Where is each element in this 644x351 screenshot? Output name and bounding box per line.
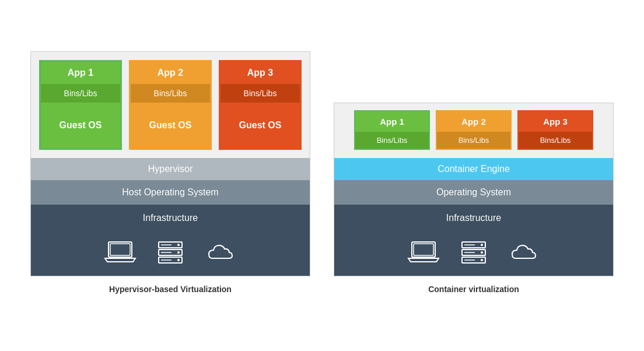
right-diagram-box: App 1 Bins/Libs App 2 Bins/Libs App 3 Bi… bbox=[334, 103, 614, 276]
svg-point-8 bbox=[177, 259, 180, 261]
left-app2-bins: Bins/Libs bbox=[131, 84, 210, 103]
right-diagram-label: Container virtualization bbox=[428, 285, 519, 294]
right-app1-bins: Bins/Libs bbox=[355, 132, 429, 149]
right-app2-label: App 2 bbox=[437, 111, 510, 132]
left-icons-row bbox=[31, 231, 310, 276]
svg-rect-1 bbox=[110, 244, 130, 255]
left-app1-guestos: Guest OS bbox=[41, 103, 120, 148]
svg-point-6 bbox=[177, 251, 180, 254]
right-apps-row: App 1 Bins/Libs App 2 Bins/Libs App 3 Bi… bbox=[334, 103, 613, 150]
right-app-col-2: App 2 Bins/Libs bbox=[436, 110, 512, 150]
left-cloud-icon bbox=[204, 240, 237, 265]
left-server-icon bbox=[154, 240, 187, 265]
svg-point-16 bbox=[481, 244, 483, 246]
left-app3-guestos: Guest OS bbox=[220, 103, 300, 148]
right-infra-layer: Infrastructure bbox=[334, 205, 613, 231]
right-diagram: App 1 Bins/Libs App 2 Bins/Libs App 3 Bi… bbox=[334, 103, 614, 294]
left-laptop-icon bbox=[104, 240, 136, 265]
right-os-layer: Operating System bbox=[334, 180, 613, 205]
right-app2-bins: Bins/Libs bbox=[437, 132, 510, 149]
left-app1-label: App 1 bbox=[41, 62, 120, 84]
left-app3-label: App 3 bbox=[220, 62, 300, 84]
svg-point-20 bbox=[481, 259, 483, 261]
right-app1-label: App 1 bbox=[355, 111, 429, 132]
right-laptop-icon bbox=[407, 240, 440, 265]
left-diagram: App 1 Bins/Libs Guest OS App 2 Bins/Libs… bbox=[30, 51, 310, 294]
svg-rect-0 bbox=[108, 242, 132, 257]
left-diagram-box: App 1 Bins/Libs Guest OS App 2 Bins/Libs… bbox=[30, 51, 310, 276]
left-app3-bins: Bins/Libs bbox=[220, 84, 300, 103]
host-os-layer: Host Operating System bbox=[31, 180, 310, 205]
svg-rect-13 bbox=[414, 244, 433, 255]
left-apps-row: App 1 Bins/Libs Guest OS App 2 Bins/Libs… bbox=[31, 52, 310, 150]
right-app3-label: App 3 bbox=[519, 111, 592, 132]
right-server-icon bbox=[457, 240, 490, 265]
right-app-col-1: App 1 Bins/Libs bbox=[354, 110, 430, 150]
container-engine-layer: Container Engine bbox=[334, 158, 613, 180]
left-app2-guestos: Guest OS bbox=[131, 103, 210, 148]
left-infra-layer: Infrastructure bbox=[31, 205, 310, 231]
left-diagram-label: Hypervisor-based Virtualization bbox=[109, 285, 232, 294]
hypervisor-layer: Hypervisor bbox=[31, 158, 310, 180]
left-app-col-1: App 1 Bins/Libs Guest OS bbox=[39, 60, 122, 150]
left-app1-bins: Bins/Libs bbox=[41, 84, 120, 103]
right-app3-bins: Bins/Libs bbox=[519, 132, 592, 149]
left-app-col-2: App 2 Bins/Libs Guest OS bbox=[129, 60, 212, 150]
svg-rect-12 bbox=[412, 242, 435, 257]
left-app-col-3: App 3 Bins/Libs Guest OS bbox=[219, 60, 302, 150]
right-icons-row bbox=[334, 231, 613, 276]
svg-point-4 bbox=[177, 244, 180, 246]
right-app-col-3: App 3 Bins/Libs bbox=[517, 110, 593, 150]
left-app2-label: App 2 bbox=[131, 62, 210, 84]
svg-point-18 bbox=[481, 251, 483, 254]
right-cloud-icon bbox=[508, 240, 540, 265]
